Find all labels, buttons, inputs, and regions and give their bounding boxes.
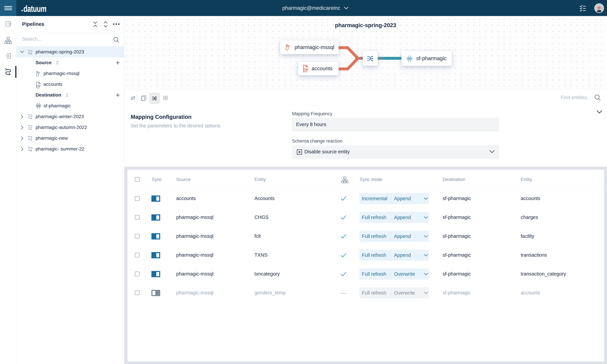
svg-text:CSV: CSV [304,68,309,71]
svg-text:CSV: CSV [37,85,41,88]
